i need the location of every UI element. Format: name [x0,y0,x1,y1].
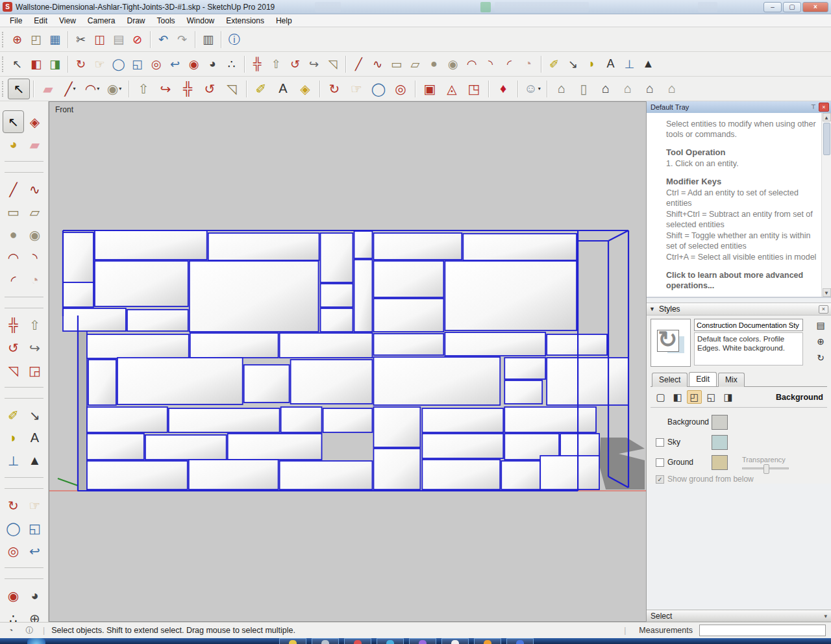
dropdown-arrow-icon[interactable]: ▾ [119,86,121,92]
close-button[interactable]: × [802,2,828,12]
orbit-button[interactable]: ↻ [323,79,345,99]
stone-block[interactable] [463,234,577,260]
stone-block[interactable] [87,334,189,358]
line-button[interactable]: ╱ [349,55,368,74]
move-button[interactable]: ╬ [177,79,199,99]
taskbar-app-icon[interactable] [474,638,501,644]
style-name-input[interactable] [694,319,803,331]
stone-block[interactable] [321,308,353,332]
position-camera-button[interactable]: ◉ [184,55,203,74]
pie-tool[interactable]: ◔ [24,269,45,291]
rectangle-button[interactable]: ▭ [387,55,406,74]
offset-tool[interactable]: ◲ [24,359,45,382]
view-left-button[interactable]: ⌂ [661,79,683,99]
erase-button[interactable]: ⊘ [128,30,147,49]
stone-block[interactable] [354,231,372,258]
stone-block[interactable] [373,357,500,405]
dropdown-arrow-icon[interactable]: ▾ [73,86,76,92]
background-color-swatch[interactable] [712,415,728,430]
3d-warehouse-button[interactable]: ▣ [419,79,441,99]
zoom-extents-tool[interactable]: ◎ [3,539,24,562]
dropdown-arrow-icon[interactable]: ▾ [538,86,541,92]
menu-file[interactable]: File [4,15,28,27]
paste-button[interactable]: ▤ [109,30,128,49]
stone-block[interactable] [87,434,144,460]
orbit-button[interactable]: ↻ [71,55,90,74]
tape-measure-button[interactable]: ✐ [250,79,272,99]
instructor-scrollbar[interactable]: ▲ ▼ [821,113,831,297]
stone-block[interactable] [228,434,322,460]
menu-extensions[interactable]: Extensions [220,15,270,27]
start-button[interactable] [27,638,45,644]
menu-tools[interactable]: Tools [151,15,181,27]
scale-button[interactable]: ◹ [323,55,342,74]
get-models-button[interactable]: ◨ [45,55,64,74]
arc-button[interactable]: ◠ [462,55,481,74]
stone-block[interactable] [145,435,227,460]
view-back-button[interactable]: ⌂ [639,79,661,99]
dimension-button[interactable]: ↘ [564,55,582,74]
taskbar-app-icon[interactable] [344,638,371,644]
new-button[interactable]: ⊕ [8,30,27,49]
help-info-icon[interactable]: ⓘ [24,625,35,636]
stone-block[interactable] [373,261,443,297]
edge-settings-button[interactable]: ▢ [653,390,668,404]
face-settings-button[interactable]: ◧ [670,390,685,404]
sky-checkbox[interactable] [656,438,664,447]
rotate-button[interactable]: ↺ [286,55,304,74]
styles-close-button[interactable]: × [819,305,828,314]
stone-block[interactable] [323,408,373,432]
dimension-tool[interactable]: ↘ [24,404,45,427]
pan-tool[interactable]: ☞ [24,494,45,517]
transparency-slider[interactable] [742,467,789,469]
rotated-rectangle-button[interactable]: ▱ [406,55,425,74]
three-point-arc-button[interactable]: ◜ [500,55,519,74]
polygon-tool[interactable]: ◉ [24,223,45,246]
stone-block[interactable] [504,358,545,379]
stone-block[interactable] [540,456,599,489]
position-camera-tool[interactable]: ◉ [3,584,24,607]
zoom-window-tool[interactable]: ◱ [24,517,45,539]
in-model-components-button[interactable]: ◧ [27,55,45,74]
view-top-button[interactable]: ▯ [573,79,595,99]
three-point-arc-tool[interactable]: ◜ [3,269,24,291]
pan-button[interactable]: ☞ [90,55,109,74]
taskbar-app-icon[interactable] [409,638,436,644]
eraser-tool[interactable]: ▰ [24,133,45,156]
stone-block[interactable] [373,299,443,332]
measurements-input[interactable] [699,625,826,636]
select-button[interactable]: ↖ [8,79,30,99]
stone-block[interactable] [547,334,607,355]
scale-tool[interactable]: ◹ [3,359,24,382]
taskbar-app-icon[interactable] [377,638,404,644]
minimize-button[interactable]: – [763,2,782,12]
rotate-button[interactable]: ↺ [199,79,221,99]
select-button[interactable]: ↖ [8,55,27,74]
stone-block[interactable] [280,333,373,358]
open-button[interactable]: ◰ [27,30,45,49]
look-around-button[interactable]: ◕ [203,55,222,74]
follow-me-button[interactable]: ↪ [304,55,323,74]
stone-block[interactable] [208,233,319,260]
stone-block[interactable] [504,380,542,404]
copy-button[interactable]: ◫ [90,30,109,49]
style-description[interactable]: Default face colors. Profile Edges. Whit… [694,332,803,365]
3d-text-button[interactable]: ▲ [639,55,658,74]
undo-button[interactable]: ↶ [154,30,173,49]
background-settings-button[interactable]: ◰ [687,390,702,404]
two-point-arc-tool[interactable]: ◝ [24,246,45,269]
pin-icon[interactable]: ⊤ [808,103,819,112]
stone-block[interactable] [373,233,462,260]
walk-button[interactable]: ∴ [222,55,241,74]
ground-checkbox[interactable] [656,458,664,467]
stone-block[interactable] [280,461,373,489]
stone-block[interactable] [95,261,188,306]
text-button[interactable]: A [272,79,294,99]
geolocation-icon[interactable]: ◔ [5,625,16,636]
zoom-extents-button[interactable]: ◎ [390,79,412,99]
wall-side-face[interactable] [78,316,87,491]
zoom-button[interactable]: ◯ [109,55,128,74]
scale-button[interactable]: ◹ [221,79,243,99]
make-component-tool[interactable]: ◈ [24,110,45,133]
view-iso-button[interactable]: ⌂ [551,79,573,99]
